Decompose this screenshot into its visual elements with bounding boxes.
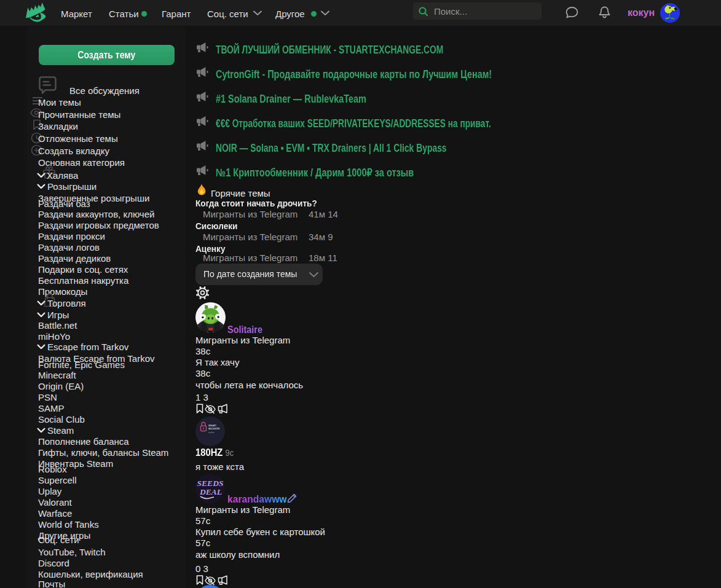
svg-text:steam: steam <box>208 424 216 427</box>
svg-text:SEEDS: SEEDS <box>197 479 224 488</box>
svg-text:accounts: accounts <box>208 427 220 430</box>
svg-text:market: market <box>208 431 215 434</box>
svg-text:DEAL: DEAL <box>199 487 222 496</box>
